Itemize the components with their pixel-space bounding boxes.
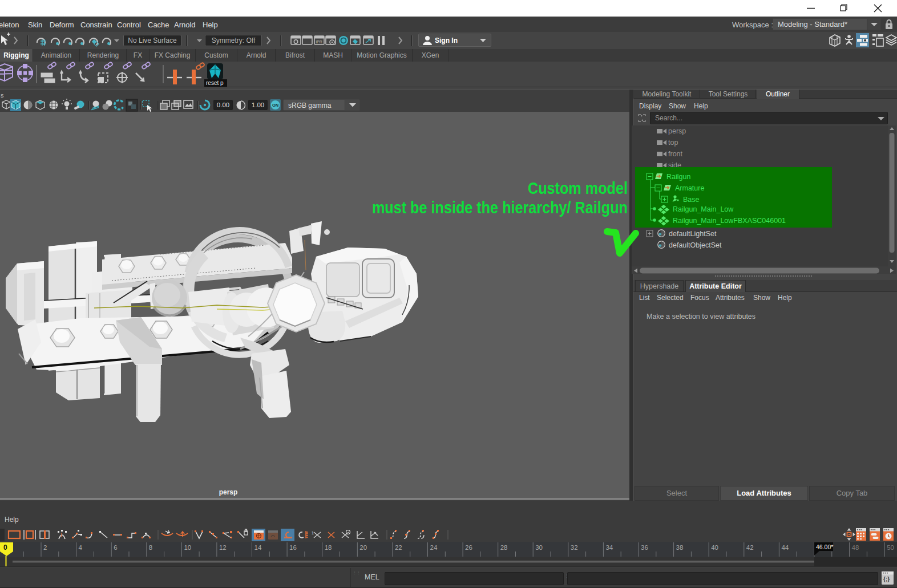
svg-text:Railgun_Main_Low: Railgun_Main_Low [673, 205, 734, 213]
svg-text:8: 8 [149, 544, 152, 551]
svg-text:18: 18 [325, 544, 332, 551]
svg-text:32: 32 [571, 544, 578, 551]
svg-text:6: 6 [114, 544, 117, 551]
svg-text:48: 48 [852, 544, 859, 551]
svg-text:{;}: {;} [883, 576, 890, 582]
svg-text:1: 1 [312, 531, 314, 535]
svg-text:defaultLightSet: defaultLightSet [669, 230, 717, 238]
svg-text:14: 14 [254, 544, 262, 551]
svg-text:28: 28 [500, 544, 508, 551]
svg-text:22: 22 [395, 544, 402, 551]
svg-text:46.00*: 46.00* [816, 544, 833, 550]
svg-text:ON: ON [272, 103, 278, 108]
svg-text:40: 40 [711, 544, 718, 551]
svg-text:Railgun_Main_LowFBXASC046001: Railgun_Main_LowFBXASC046001 [673, 217, 786, 225]
svg-text:12: 12 [219, 544, 227, 551]
svg-text:top: top [668, 139, 678, 147]
svg-text:24: 24 [430, 544, 438, 551]
svg-text:0: 0 [3, 544, 7, 551]
svg-text:4: 4 [79, 544, 83, 551]
svg-text:16: 16 [289, 544, 297, 551]
svg-text:20: 20 [359, 544, 367, 551]
svg-text:50: 50 [887, 544, 894, 551]
svg-text:Base: Base [683, 196, 700, 204]
svg-text:44: 44 [781, 544, 789, 551]
svg-text:front: front [668, 150, 683, 158]
svg-text:34: 34 [605, 544, 613, 551]
svg-text:reset p: reset p [206, 80, 224, 86]
svg-text:10: 10 [184, 544, 191, 551]
svg-text:42: 42 [746, 544, 754, 551]
svg-text:persp: persp [668, 127, 686, 135]
svg-text:30: 30 [535, 544, 543, 551]
svg-text:Railgun: Railgun [666, 173, 690, 181]
svg-text:26: 26 [465, 544, 472, 551]
svg-text:IPR: IPR [316, 40, 322, 44]
svg-text:36: 36 [641, 544, 648, 551]
svg-text:Armature: Armature [675, 184, 704, 192]
svg-text:defaultObjectSet: defaultObjectSet [669, 241, 722, 249]
svg-text:38: 38 [676, 544, 684, 551]
